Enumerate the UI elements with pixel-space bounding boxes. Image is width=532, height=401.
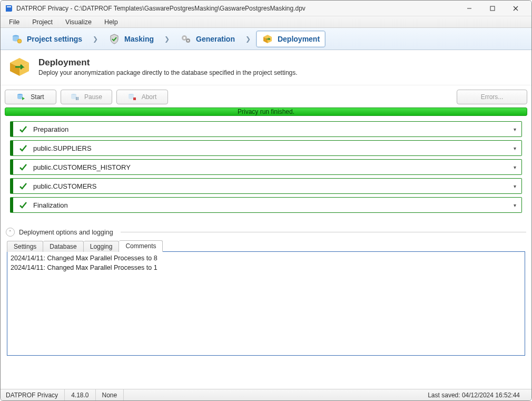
step-row[interactable]: public.CUSTOMERS_HISTORY ▾: [10, 159, 522, 175]
button-label: Start: [31, 93, 44, 101]
maximize-button[interactable]: [481, 1, 504, 16]
close-button[interactable]: [504, 1, 527, 16]
status-app: DATPROF Privacy: [6, 389, 65, 400]
step-row[interactable]: Finalization ▾: [10, 197, 522, 213]
action-area: Start Pause Abort Errors... Privacy run …: [1, 85, 531, 218]
tab-database[interactable]: Database: [43, 241, 83, 252]
comment-line: 2024/14/11: Changed Max Parallel Process…: [11, 263, 521, 273]
status-last-saved: Last saved: 04/12/2024 16:52:44: [421, 389, 526, 400]
db-gear-icon: [11, 33, 23, 45]
step-row[interactable]: Preparation ▾: [10, 121, 522, 137]
svg-point-7: [183, 37, 185, 39]
step-label: public.CUSTOMERS: [33, 182, 514, 190]
chevron-right-icon: ❯: [91, 35, 100, 43]
check-icon: [18, 162, 28, 172]
svg-rect-15: [133, 97, 136, 100]
step-label: public.CUSTOMERS_HISTORY: [33, 163, 514, 171]
errors-button[interactable]: Errors...: [457, 90, 527, 104]
step-label: Preparation: [33, 125, 514, 133]
pause-db-icon: [71, 93, 79, 101]
step-row[interactable]: public.CUSTOMERS ▾: [10, 178, 522, 194]
chevron-down-icon[interactable]: ▾: [514, 202, 516, 208]
window-controls: [458, 1, 527, 16]
tab-settings[interactable]: Settings: [7, 241, 43, 252]
pause-button[interactable]: Pause: [61, 90, 112, 104]
check-icon: [18, 124, 28, 134]
window-title: DATPROF Privacy - C:\DATPROF Templates\G…: [16, 5, 458, 12]
chevron-down-icon[interactable]: ▾: [514, 145, 516, 151]
crumb-label: Generation: [196, 35, 235, 43]
svg-rect-1: [490, 6, 495, 11]
crumb-deployment[interactable]: Deployment: [256, 31, 326, 47]
button-label: Abort: [142, 93, 157, 101]
menu-bar: File Project Visualize Help: [1, 16, 531, 28]
chevron-down-icon[interactable]: ▾: [514, 164, 516, 170]
menu-project[interactable]: Project: [27, 17, 58, 27]
step-label: Finalization: [33, 201, 514, 209]
shield-check-icon: [109, 33, 120, 45]
gears-icon: [180, 33, 192, 45]
minimize-button[interactable]: [458, 1, 481, 16]
section-header: ˄ Deployment options and logging: [1, 223, 531, 239]
check-icon: [18, 181, 28, 191]
page-header: Deployment Deploy your anonymization pac…: [1, 50, 531, 85]
box-arrow-icon: [8, 55, 31, 79]
step-row[interactable]: public.SUPPLIERS ▾: [10, 140, 522, 156]
svg-point-5: [17, 39, 22, 43]
progress-text: Privacy run finished.: [238, 108, 294, 115]
svg-rect-12: [76, 97, 77, 100]
crumb-generation[interactable]: Generation: [175, 31, 240, 47]
box-arrow-icon: [262, 33, 273, 45]
status-version: 4.18.0: [65, 389, 95, 400]
svg-point-9: [188, 40, 189, 41]
tabs: Settings Database Logging Comments: [1, 239, 531, 251]
crumb-label: Masking: [124, 35, 154, 43]
crumb-masking[interactable]: Masking: [103, 31, 159, 47]
page-title: Deployment: [38, 57, 298, 68]
section-label: Deployment options and logging: [19, 229, 113, 236]
action-toolbar: Start Pause Abort Errors...: [5, 90, 527, 104]
crumb-label: Deployment: [278, 35, 320, 43]
breadcrumb: Project settings ❯ Masking ❯ Generation …: [1, 28, 531, 50]
svg-rect-13: [77, 97, 78, 100]
chevron-right-icon: ❯: [162, 35, 172, 43]
menu-file[interactable]: File: [4, 17, 25, 27]
comments-panel[interactable]: 2024/14/11: Changed Max Parallel Process…: [7, 251, 525, 356]
stop-db-icon: [128, 93, 136, 101]
progress-bar: Privacy run finished.: [5, 107, 527, 116]
app-icon: [5, 4, 13, 13]
chevron-down-icon[interactable]: ▾: [514, 183, 516, 189]
status-extra: None: [96, 389, 124, 400]
check-icon: [18, 143, 28, 153]
crumb-label: Project settings: [27, 35, 82, 43]
menu-help[interactable]: Help: [99, 17, 123, 27]
button-label: Pause: [84, 93, 102, 101]
status-bar: DATPROF Privacy 4.18.0 None Last saved: …: [1, 389, 531, 400]
chevron-down-icon[interactable]: ▾: [514, 126, 516, 132]
play-db-icon: [17, 93, 25, 101]
button-label: Errors...: [481, 93, 504, 101]
steps-list: Preparation ▾ public.SUPPLIERS ▾ public.…: [5, 121, 527, 213]
comment-line: 2024/14/11: Changed Max Parallel Process…: [11, 254, 521, 263]
menu-visualize[interactable]: Visualize: [60, 17, 97, 27]
chevron-right-icon: ❯: [243, 35, 253, 43]
divider: [121, 232, 526, 232]
abort-button[interactable]: Abort: [116, 90, 168, 104]
check-icon: [18, 200, 28, 210]
tab-comments[interactable]: Comments: [119, 240, 163, 252]
tab-logging[interactable]: Logging: [84, 241, 120, 252]
step-label: public.SUPPLIERS: [33, 144, 514, 152]
crumb-project-settings[interactable]: Project settings: [6, 31, 87, 47]
page-subtitle: Deploy your anonymization package direct…: [38, 69, 298, 76]
start-button[interactable]: Start: [5, 90, 56, 104]
collapse-toggle[interactable]: ˄: [6, 228, 15, 237]
title-bar: DATPROF Privacy - C:\DATPROF Templates\G…: [1, 1, 531, 16]
